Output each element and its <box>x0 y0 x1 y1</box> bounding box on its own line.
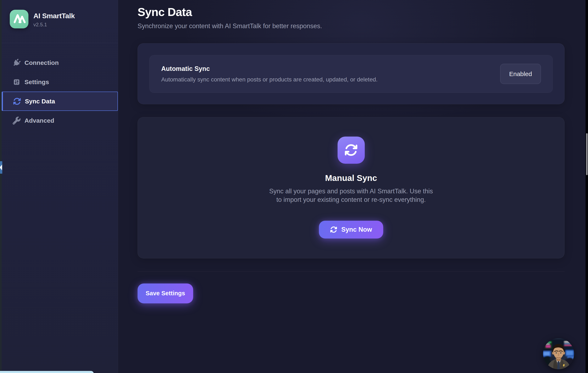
avatar-portrait-image <box>543 338 574 369</box>
collapsed-side-tab[interactable] <box>0 161 2 174</box>
app-logo-icon <box>10 10 28 28</box>
sidebar: AI SmartTalk v2.5.1 Connection Settings <box>2 0 118 373</box>
scrollbar-thumb[interactable] <box>586 133 588 175</box>
sync-arrows-icon <box>13 97 21 105</box>
screen: AI SmartTalk v2.5.1 Connection Settings <box>0 0 588 373</box>
sidebar-item-label: Sync Data <box>25 98 55 105</box>
sync-now-label: Sync Now <box>341 226 372 233</box>
footer-divider <box>137 271 565 272</box>
sync-now-button[interactable]: Sync Now <box>319 221 383 239</box>
avatar[interactable] <box>543 338 574 369</box>
automatic-sync-text: Automatic Sync Automatically sync conten… <box>161 65 378 83</box>
sidebar-item-label: Advanced <box>24 117 54 124</box>
plug-icon <box>12 59 21 67</box>
sidebar-divider <box>2 43 118 43</box>
toast-notification-peek <box>0 371 94 373</box>
scrollbar-track[interactable] <box>586 0 588 373</box>
automatic-sync-title: Automatic Sync <box>161 65 378 72</box>
sync-arrows-icon <box>330 226 337 233</box>
automatic-sync-description: Automatically sync content when posts or… <box>161 76 378 83</box>
automatic-sync-row: Automatic Sync Automatically sync conten… <box>149 55 553 93</box>
page-subtitle: Synchronize your content with AI SmartTa… <box>137 22 565 30</box>
sidebar-header: AI SmartTalk v2.5.1 <box>2 0 118 43</box>
manual-sync-card: Manual Sync Sync all your pages and post… <box>137 117 565 258</box>
sidebar-item-connection[interactable]: Connection <box>2 53 118 72</box>
manual-sync-title: Manual Sync <box>325 173 377 183</box>
main-content: Sync Data Synchronize your content with … <box>118 0 586 373</box>
wrench-icon <box>12 116 21 125</box>
sidebar-item-label: Settings <box>24 79 49 86</box>
sidebar-item-sync-data[interactable]: Sync Data <box>2 91 118 111</box>
page-title: Sync Data <box>137 5 565 19</box>
sidebar-nav: Connection Settings Sync Data Advanced <box>2 53 118 130</box>
sidebar-item-label: Connection <box>24 59 59 66</box>
chevron-left-icon <box>0 164 2 170</box>
sidebar-item-settings[interactable]: Settings <box>2 72 118 91</box>
sidebar-item-advanced[interactable]: Advanced <box>2 111 118 130</box>
save-settings-button[interactable]: Save Settings <box>137 283 193 303</box>
sliders-icon <box>12 78 21 86</box>
manual-sync-description: Sync all your pages and posts with AI Sm… <box>267 187 435 204</box>
app-version: v2.5.1 <box>33 22 75 28</box>
window-edge-strip <box>0 0 2 373</box>
automatic-sync-toggle-button[interactable]: Enabled <box>500 64 541 84</box>
automatic-sync-card: Automatic Sync Automatically sync conten… <box>137 43 565 104</box>
mountain-m-icon <box>10 10 28 28</box>
app-name: AI SmartTalk <box>33 12 75 20</box>
app-meta: AI SmartTalk v2.5.1 <box>33 10 75 28</box>
sync-tile-icon <box>337 137 365 164</box>
